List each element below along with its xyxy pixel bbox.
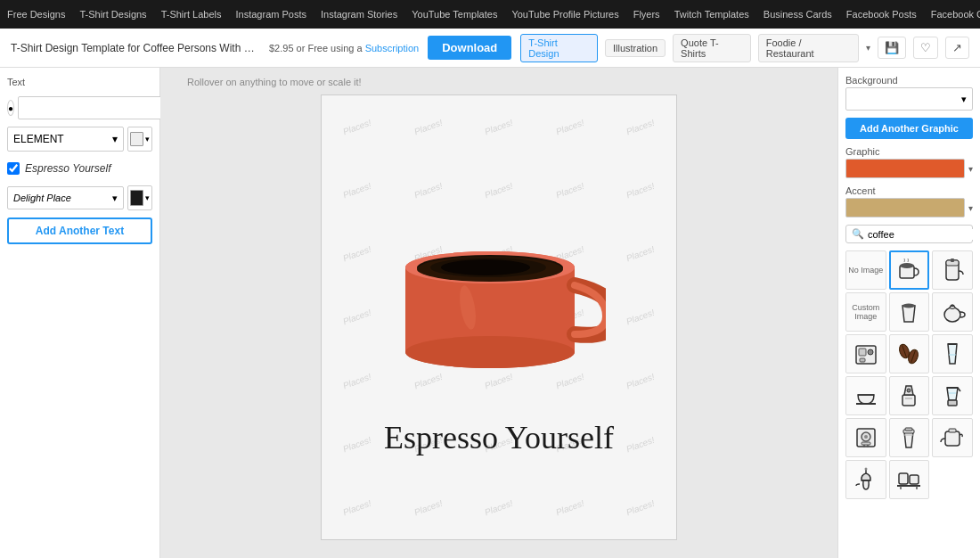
custom-image-cell[interactable]: Custom Image: [845, 292, 886, 332]
accent-label: Accent: [845, 185, 973, 196]
coffee-grinder-cell[interactable]: [889, 376, 930, 415]
accent-color-dropdown-icon[interactable]: ▾: [968, 203, 973, 213]
espresso-machine-cell[interactable]: [845, 418, 886, 457]
tall-glass-icon: [939, 341, 966, 367]
heart-icon-button[interactable]: ♡: [913, 37, 938, 59]
layer-text-label: Espresso Yourself: [25, 162, 152, 175]
no-image-cell[interactable]: No Image: [845, 250, 886, 290]
nav-facebook-covers[interactable]: Facebook Covers: [931, 9, 980, 20]
save-icon-button[interactable]: 💾: [878, 37, 906, 59]
nav-tshirt-labels[interactable]: T-Shirt Labels: [161, 9, 222, 20]
canvas-hint: Rollover on anything to move or scale it…: [187, 77, 362, 87]
coffee-beans-cell[interactable]: [889, 334, 930, 373]
bowl-icon: [853, 382, 879, 409]
teapot-cell[interactable]: [932, 292, 973, 332]
element-color-picker[interactable]: ▾: [127, 127, 152, 152]
header-right-controls: T-Shirt Design Illustration Quote T-Shir…: [520, 34, 969, 62]
text-circle-button[interactable]: ●: [7, 100, 14, 116]
takeaway-cup-cell[interactable]: [889, 418, 930, 457]
font-color-picker[interactable]: ▾: [127, 185, 152, 210]
graphic-color-swatch[interactable]: [845, 159, 965, 178]
svg-rect-52: [949, 429, 956, 432]
nav-tshirt-designs[interactable]: T-Shirt Designs: [79, 9, 146, 20]
header-bar: T-Shirt Design Template for Coffee Perso…: [0, 29, 980, 68]
moka-pot-cell[interactable]: [845, 460, 886, 499]
canvas-content[interactable]: Espresso Yourself: [322, 95, 676, 539]
coffee-pot-icon: [939, 257, 966, 283]
nav-business-cards[interactable]: Business Cards: [764, 9, 832, 20]
download-button[interactable]: Download: [428, 36, 511, 60]
svg-rect-56: [910, 475, 919, 484]
teapot-icon: [939, 299, 966, 325]
moka-pot-icon: [853, 466, 879, 493]
element-color-swatch: [130, 132, 143, 146]
font-name-label: Delight Place: [13, 193, 71, 203]
cup2-icon: [895, 299, 922, 325]
background-select[interactable]: ▾: [845, 87, 973, 111]
nav-free-designs[interactable]: Free Designs: [7, 9, 65, 20]
subscription-link[interactable]: Subscription: [365, 43, 420, 53]
serving-tray-icon: [895, 466, 922, 493]
nav-twitch[interactable]: Twitch Templates: [674, 9, 749, 20]
coffee-mug-cell[interactable]: [889, 250, 930, 290]
text-input-field[interactable]: [18, 96, 164, 119]
image-grid: No Image: [845, 250, 973, 499]
espresso-machine-icon: [853, 424, 879, 451]
coffee-cup-image[interactable]: [392, 178, 606, 410]
element-select[interactable]: ELEMENT ▾: [7, 127, 124, 152]
coffee-pot-cell[interactable]: [932, 250, 973, 290]
graphic-color-section: Graphic ▾: [845, 146, 973, 178]
tall-glass-cell[interactable]: [932, 334, 973, 373]
graphic-color-dropdown-icon[interactable]: ▾: [968, 164, 973, 174]
blender-icon: [939, 382, 966, 409]
price-text: $2.95 or Free using a Subscription: [269, 43, 419, 53]
coffee-machine-cell[interactable]: [845, 334, 886, 373]
svg-point-16: [900, 263, 914, 268]
font-select[interactable]: Delight Place ▾: [7, 186, 124, 209]
svg-point-12: [441, 259, 530, 275]
share-icon-button[interactable]: ↗: [945, 37, 969, 59]
serving-tray-cell[interactable]: [889, 460, 930, 499]
nav-instagram-posts[interactable]: Instagram Posts: [236, 9, 306, 20]
bg-dropdown-icon: ▾: [961, 94, 967, 105]
tag-foodie[interactable]: Foodie / Restaurant: [758, 34, 859, 62]
nav-facebook-posts[interactable]: Facebook Posts: [846, 9, 917, 20]
add-text-button[interactable]: Add Another Text: [7, 217, 152, 244]
svg-point-13: [405, 336, 575, 368]
font-dropdown-icon: ▾: [112, 193, 118, 204]
tag-quote-tshirts[interactable]: Quote T-Shirts: [673, 34, 751, 62]
svg-point-21: [902, 304, 915, 308]
font-color-swatch: [130, 190, 143, 206]
text-input-row: ●: [7, 96, 152, 119]
search-input[interactable]: [868, 229, 980, 240]
element-dropdown-icon: ▾: [112, 133, 118, 145]
canvas-area: Rollover on anything to move or scale it…: [160, 68, 837, 558]
layer-checkbox[interactable]: [7, 162, 20, 175]
color-dropdown-icon: ▾: [145, 135, 150, 144]
tag-illustration[interactable]: Illustration: [605, 39, 666, 57]
svg-rect-27: [860, 358, 865, 362]
svg-rect-25: [859, 349, 866, 356]
custom-image-label: Custom Image: [846, 303, 886, 321]
cup-cell-2[interactable]: [889, 292, 930, 332]
coffee-grinder-icon: [895, 382, 922, 409]
right-panel: Background ▾ Add Another Graphic Graphic…: [837, 68, 980, 558]
search-row[interactable]: 🔍: [845, 225, 973, 243]
nav-instagram-stories[interactable]: Instagram Stories: [321, 9, 397, 20]
svg-point-26: [868, 349, 873, 355]
tag-tshirt-design[interactable]: T-Shirt Design: [520, 34, 598, 62]
font-color-row: Delight Place ▾ ▾: [7, 185, 152, 210]
nav-youtube-templates[interactable]: YouTube Templates: [412, 9, 497, 20]
add-graphic-button[interactable]: Add Another Graphic: [845, 118, 973, 139]
accent-color-swatch[interactable]: [845, 198, 965, 217]
nav-flyers[interactable]: Flyers: [633, 9, 660, 20]
canvas-frame[interactable]: Places! Places! Places! Places! Places! …: [321, 94, 677, 540]
nav-youtube-profile[interactable]: YouTube Profile Pictures: [511, 9, 618, 20]
blender-cell[interactable]: [932, 376, 973, 415]
svg-rect-39: [948, 400, 957, 406]
espresso-text[interactable]: Espresso Yourself: [384, 419, 614, 456]
coffee-kettle-cell[interactable]: [932, 418, 973, 457]
bowl-cell[interactable]: [845, 376, 886, 415]
tags-dropdown-icon[interactable]: ▾: [866, 43, 870, 53]
text-layer-row: Espresso Yourself: [7, 159, 152, 178]
